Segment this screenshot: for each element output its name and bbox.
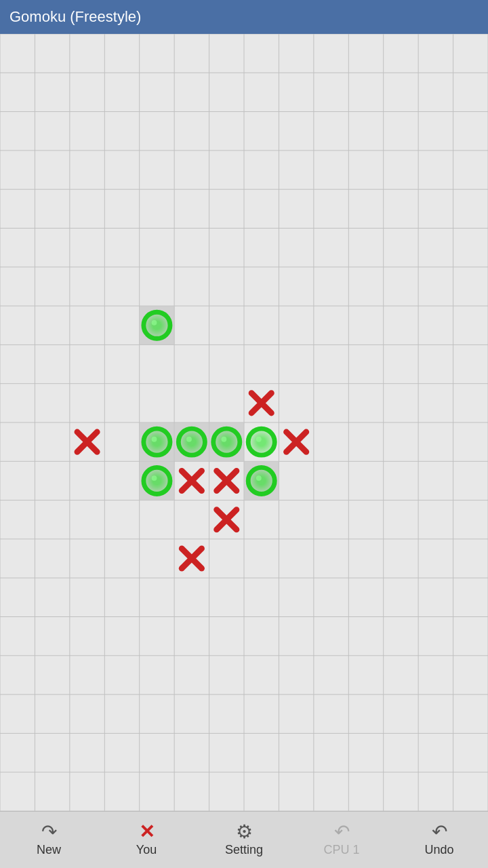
you-button[interactable]: ✕ You (98, 812, 195, 868)
undo-label: Undo (424, 843, 453, 857)
bottom-bar: ↷ New ✕ You ⚙ Setting ↶ CPU 1 ↶ Undo (0, 811, 488, 868)
new-label: New (37, 843, 61, 857)
setting-icon: ⚙ (236, 823, 253, 842)
setting-label: Setting (225, 843, 263, 857)
app-title: Gomoku (Freestyle) (9, 8, 141, 26)
cpu-button[interactable]: ↶ CPU 1 (293, 812, 390, 868)
game-board[interactable] (0, 34, 488, 811)
new-button[interactable]: ↷ New (0, 812, 98, 868)
setting-button[interactable]: ⚙ Setting (195, 812, 293, 868)
game-area[interactable] (0, 34, 488, 811)
you-label: You (136, 843, 157, 857)
you-icon: ✕ (139, 823, 155, 842)
cpu-icon: ↶ (334, 823, 350, 842)
undo-button[interactable]: ↶ Undo (390, 812, 488, 868)
new-icon: ↷ (41, 823, 57, 842)
cpu-label: CPU 1 (323, 843, 359, 857)
undo-icon: ↶ (432, 823, 447, 842)
title-bar: Gomoku (Freestyle) (0, 0, 488, 34)
